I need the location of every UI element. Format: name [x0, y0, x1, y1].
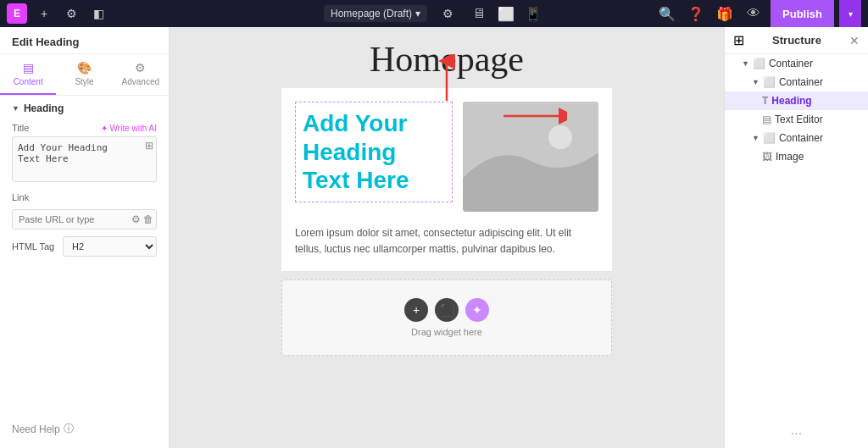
- heading-icon: T: [762, 95, 768, 107]
- tree-item-container-1[interactable]: ▼ ⬜ Container: [725, 54, 868, 73]
- drag-widget-label: Drag widget here: [411, 327, 482, 337]
- content-tab-icon: ▤: [23, 61, 34, 75]
- link-field-label: Link: [0, 187, 169, 204]
- tab-style[interactable]: 🎨 Style: [56, 54, 112, 95]
- publish-dropdown-button[interactable]: ▾: [839, 0, 861, 27]
- svg-point-3: [548, 125, 572, 149]
- gear-settings-icon[interactable]: ⚙: [437, 3, 458, 24]
- section-collapse-icon[interactable]: ▼: [12, 104, 19, 113]
- canvas-area[interactable]: Homepage Add Your Heading Text Here Lore…: [170, 27, 724, 448]
- heading-block[interactable]: Add Your Heading Text Here: [295, 102, 453, 212]
- title-textarea[interactable]: [12, 136, 157, 182]
- settings-icon[interactable]: ⚙: [61, 3, 81, 24]
- gift-icon[interactable]: 🎁: [713, 2, 737, 25]
- heading-section-title: ▼ Heading: [0, 96, 169, 118]
- tab-content[interactable]: ▤ Content: [0, 54, 56, 95]
- ai-write-button[interactable]: ✦ Write with AI: [101, 124, 157, 133]
- image-icon: 🖼: [762, 151, 772, 163]
- content-section: Add Your Heading Text Here: [281, 88, 612, 225]
- tab-style-label: Style: [75, 77, 93, 86]
- link-input-icons: ⚙ 🗑: [131, 213, 153, 225]
- right-panel-title: Structure: [772, 34, 821, 47]
- tree-item-heading[interactable]: T Heading: [725, 91, 868, 110]
- html-tag-label: HTML Tag: [12, 241, 63, 252]
- image-placeholder: [463, 102, 598, 212]
- widget-drop-area[interactable]: + ⬛ ✦ Drag widget here: [281, 279, 612, 356]
- close-icon[interactable]: ✕: [849, 34, 860, 47]
- tab-advanced[interactable]: ⚙ Advanced: [113, 54, 169, 95]
- container-icon-1: ⬜: [753, 58, 765, 69]
- search-icon[interactable]: 🔍: [655, 2, 679, 25]
- add-button[interactable]: +: [34, 3, 54, 24]
- tree-label-container-2: Container: [779, 76, 823, 88]
- container-icon-2: ⬜: [763, 76, 776, 88]
- tree-label-text-editor: Text Editor: [775, 113, 823, 125]
- topbar: E + ⚙ ◧ Homepage (Draft) ▾ ⚙ 🖥 ⬜ 📱 🔍 ❓ 🎁…: [0, 0, 868, 27]
- tree-label-heading: Heading: [771, 95, 811, 107]
- tree-label-container-1: Container: [769, 58, 813, 69]
- help-circle-icon: ⓘ: [64, 422, 74, 436]
- tabs-row: ▤ Content 🎨 Style ⚙ Advanced: [0, 54, 169, 96]
- left-panel: Edit Heading ▤ Content 🎨 Style ⚙ Advance…: [0, 27, 170, 448]
- style-tab-icon: 🎨: [77, 61, 92, 75]
- html-tag-row: HTML Tag H2 H1 H3 H4 P: [12, 236, 157, 257]
- tablet-view-icon[interactable]: ⬜: [495, 3, 517, 25]
- main-layout: Edit Heading ▤ Content 🎨 Style ⚙ Advance…: [0, 27, 868, 448]
- logo-icon[interactable]: E: [7, 3, 27, 24]
- advanced-tab-icon: ⚙: [135, 61, 146, 75]
- canvas-page-title: Homepage: [370, 27, 524, 88]
- link-delete-icon[interactable]: 🗑: [143, 213, 153, 225]
- placeholder-image-svg: [463, 102, 598, 212]
- tab-content-label: Content: [14, 77, 43, 86]
- mobile-view-icon[interactable]: 📱: [522, 3, 544, 25]
- tab-advanced-label: Advanced: [122, 77, 159, 86]
- widget-buttons: + ⬛ ✦: [404, 298, 489, 322]
- tree-label-container-3: Container: [779, 132, 823, 144]
- right-panel-footer: ···: [725, 419, 868, 448]
- preview-icon[interactable]: 👁: [742, 2, 765, 25]
- desktop-view-icon[interactable]: 🖥: [468, 3, 490, 25]
- title-field-label: Title ✦ Write with AI: [0, 118, 169, 135]
- textarea-expand-icon[interactable]: ⊞: [145, 140, 153, 152]
- structure-icon: ⊞: [733, 32, 744, 48]
- tree-item-image[interactable]: 🖼 Image: [725, 147, 868, 166]
- link-input-wrap: ⚙ 🗑: [12, 209, 157, 230]
- tree-arrow-1: ▼: [742, 59, 749, 68]
- title-textarea-wrap: ⊞: [12, 136, 157, 185]
- widget-folder-button[interactable]: ⬛: [435, 298, 459, 322]
- layers-icon[interactable]: ◧: [88, 3, 108, 24]
- canvas-content[interactable]: Add Your Heading Text Here Lorem ipsum d…: [281, 88, 612, 271]
- tree-arrow-3: ▼: [752, 134, 760, 142]
- chevron-down-icon: ▾: [415, 8, 420, 19]
- body-text: Lorem ipsum dolor sit amet, consectetur …: [281, 225, 612, 271]
- section-title-label: Heading: [24, 102, 64, 114]
- add-widget-button[interactable]: +: [404, 298, 428, 322]
- view-mode-icons: 🖥 ⬜ 📱: [468, 3, 544, 25]
- page-selector[interactable]: Homepage (Draft) ▾: [324, 5, 427, 22]
- right-panel: ⊞ Structure ✕ ▼ ⬜ Container ▼ ⬜ Containe…: [724, 27, 868, 448]
- publish-button[interactable]: Publish: [771, 0, 834, 27]
- need-help-link[interactable]: Need Help ⓘ: [12, 422, 157, 436]
- link-field-row: ⚙ 🗑: [12, 209, 157, 230]
- topbar-right: 🔍 ❓ 🎁 👁 Publish ▾: [655, 0, 861, 27]
- heading-text[interactable]: Add Your Heading Text Here: [295, 102, 453, 202]
- right-panel-header: ⊞ Structure ✕: [725, 27, 868, 54]
- left-panel-header: Edit Heading: [0, 27, 169, 54]
- widget-grid-button[interactable]: ✦: [465, 298, 489, 322]
- link-settings-icon[interactable]: ⚙: [131, 213, 141, 225]
- html-tag-select[interactable]: H2 H1 H3 H4 P: [63, 236, 157, 257]
- topbar-center: Homepage (Draft) ▾ ⚙ 🖥 ⬜ 📱: [324, 3, 544, 25]
- help-icon[interactable]: ❓: [684, 2, 708, 25]
- tree-label-image: Image: [776, 151, 804, 163]
- need-help-label: Need Help: [12, 423, 60, 435]
- tree-item-text-editor[interactable]: ▤ Text Editor: [725, 110, 868, 129]
- tree-item-container-3[interactable]: ▼ ⬜ Container: [725, 129, 868, 147]
- tree-arrow-2: ▼: [752, 78, 760, 86]
- text-editor-icon: ▤: [762, 113, 771, 125]
- page-selector-label: Homepage (Draft): [331, 8, 412, 19]
- tree-item-container-2[interactable]: ▼ ⬜ Container: [725, 73, 868, 91]
- container-icon-3: ⬜: [763, 132, 776, 144]
